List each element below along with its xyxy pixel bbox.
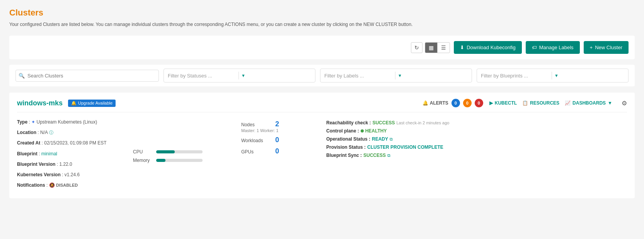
notifications-value: DISABLED (56, 183, 78, 187)
cpu-label: CPU (133, 149, 152, 155)
divider (239, 72, 239, 79)
workloads-value: 0 (275, 136, 279, 144)
provision-value: CLUSTER PROVISION COMPLETE (367, 144, 443, 150)
kubectl-link[interactable]: ▶ KUBECTL (489, 100, 517, 106)
blueprint-version-row: Blueprint Version : 1.22.0 (17, 161, 125, 168)
chart-icon: 📈 (565, 100, 571, 106)
filters-bar: 🔍 Filter by Statuses ... ▼ Filter by Lab… (9, 65, 635, 86)
colon: : (39, 151, 41, 156)
alert-badge-orange: 0 (463, 99, 472, 107)
grid-icon: ▦ (429, 45, 434, 51)
created-row: Created At : 02/15/2023, 01:09:08 PM EST (17, 139, 125, 147)
list-view-button[interactable]: ☰ (438, 43, 450, 53)
bell-muted-icon: 🔕 (49, 182, 55, 188)
kubernetes-version-row: Kubernetes Version : v1.24.6 (17, 171, 125, 179)
grid-view-button[interactable]: ▦ (425, 43, 438, 53)
cpu-progress-bar (156, 150, 203, 153)
reachability-row: Reachability check : SUCCESS Last check-… (326, 120, 627, 126)
toolbar: ↻ ▦ ☰ ⬇ Download Kubeconfig 🏷 Manage Lab… (9, 36, 635, 59)
plus-icon: + (590, 45, 593, 50)
resources-icon: 📋 (522, 100, 528, 106)
health-column: Reachability check : SUCCESS Last check-… (326, 119, 627, 192)
page: Clusters Your configured Clusters are li… (0, 0, 644, 239)
nodes-value: 2 (275, 120, 279, 128)
alert-badge-red: 0 (475, 99, 483, 107)
workloads-label: Workloads (241, 138, 272, 143)
blueprint-sync-value: SUCCESS (363, 153, 386, 158)
blueprint-row: Blueprint : minimal (17, 150, 125, 158)
location-label: Location (17, 130, 36, 135)
search-input[interactable] (15, 70, 159, 82)
notifications-row: Notifications : 🔕 DISABLED (17, 182, 125, 189)
control-plane-label: Control plane : (326, 128, 359, 134)
blueprints-filter[interactable]: Filter by Blueprints ... ▼ (477, 69, 629, 83)
blueprint-link[interactable]: minimal (41, 151, 57, 156)
view-toggle: ▦ ☰ (425, 42, 450, 53)
manage-labels-button[interactable]: 🏷 Manage Labels (526, 41, 580, 54)
alert-badge-blue: 0 (451, 99, 460, 107)
reachability-sub: Last check-in 2 minutes ago (396, 120, 449, 125)
location-value: N/A (40, 130, 48, 135)
nodes-label: Nodes (241, 122, 272, 127)
page-title: Clusters (9, 8, 635, 18)
download-kubeconfig-button[interactable]: ⬇ Download Kubeconfig (454, 41, 521, 54)
nodes-row: Nodes 2 (241, 120, 319, 128)
status-filter[interactable]: Filter by Statuses ... ▼ (164, 69, 315, 83)
control-plane-value: HEALTHY (365, 128, 387, 134)
gpus-label: GPUs (241, 149, 272, 155)
created-value: 02/15/2023, 01:09:08 PM EST (44, 140, 106, 146)
refresh-icon: ↻ (414, 45, 419, 51)
tag-icon: 🏷 (532, 45, 537, 50)
memory-progress-fill (156, 159, 165, 162)
terminal-icon: ▶ (489, 100, 493, 106)
colon: : (37, 130, 40, 135)
type-label: Type (17, 119, 27, 125)
kubernetes-icon: ✦ (31, 119, 35, 125)
colon: : (46, 182, 49, 188)
bell-icon: 🔔 (71, 101, 77, 106)
control-plane-row: Control plane : HEALTHY (326, 128, 627, 134)
cluster-details: Type : ✦ Upstream Kubernetes (Linux) Loc… (17, 119, 627, 192)
download-icon: ⬇ (460, 45, 464, 50)
blueprint-label: Blueprint (17, 151, 37, 156)
kubernetes-version-value: v1.24.6 (65, 172, 80, 177)
search-icon: 🔍 (19, 73, 25, 79)
provision-row: Provision Status : CLUSTER PROVISION COM… (326, 144, 627, 150)
toolbar-left: ↻ ▦ ☰ (411, 42, 450, 53)
external-link-icon[interactable]: ⧉ (387, 153, 390, 158)
blueprint-version-label: Blueprint Version (17, 162, 55, 167)
memory-row: Memory (133, 158, 233, 163)
upgrade-badge: 🔔 Upgrade Available (68, 100, 116, 107)
resources-link[interactable]: 📋 RESOURCES (522, 100, 559, 106)
nodes-sub: Master: 1 Worker: 1 (241, 128, 319, 133)
notifications-label: Notifications (17, 182, 45, 188)
divider (552, 72, 552, 79)
chevron-down-icon: ▼ (241, 73, 311, 78)
provision-label: Provision Status : (326, 144, 366, 150)
gpus-row: GPUs 0 (241, 147, 319, 155)
chevron-down-icon: ▼ (608, 100, 612, 106)
kubernetes-version-label: Kubernetes Version (17, 172, 61, 177)
cluster-card: windows-mks 🔔 Upgrade Available 🔔 ALERTS… (9, 93, 635, 198)
labels-filter[interactable]: Filter by Labels ... ▼ (320, 69, 472, 83)
colon: : (62, 172, 65, 177)
blueprint-sync-label: Blueprint Sync : (326, 153, 362, 158)
action-links: ▶ KUBECTL 📋 RESOURCES 📈 DASHBOARDS ▼ (489, 100, 612, 106)
type-row: Type : ✦ Upstream Kubernetes (Linux) (17, 119, 125, 126)
memory-label: Memory (133, 158, 152, 163)
reachability-value: SUCCESS (372, 120, 395, 126)
resource-column: CPU Memory (133, 119, 233, 192)
operational-row: Operational Status : READY ⧉ (326, 136, 627, 142)
refresh-button[interactable]: ↻ (411, 42, 423, 53)
new-cluster-button[interactable]: + New Cluster (584, 41, 629, 54)
alerts-label: 🔔 ALERTS (423, 100, 448, 106)
dashboards-link[interactable]: 📈 DASHBOARDS ▼ (565, 100, 612, 106)
blueprint-sync-row: Blueprint Sync : SUCCESS ⧉ (326, 153, 627, 158)
alert-icon: 🔔 (423, 100, 428, 106)
cluster-settings-button[interactable]: ⚙ (622, 100, 627, 107)
cluster-actions: 🔔 ALERTS 0 0 0 ▶ KUBECTL 📋 RESOURCES (423, 99, 627, 107)
external-link-icon[interactable]: ⧉ (390, 137, 393, 142)
info-column: Type : ✦ Upstream Kubernetes (Linux) Loc… (17, 119, 125, 192)
operational-value: READY (372, 136, 388, 142)
memory-progress-bar (156, 159, 203, 162)
